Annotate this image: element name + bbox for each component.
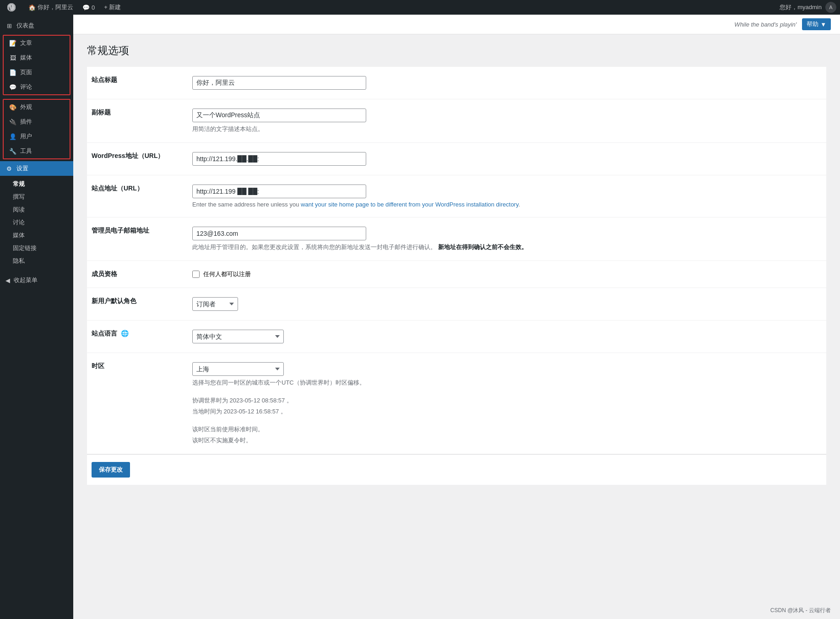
sidebar-item-media[interactable]: 🖼 媒体 [4,50,70,65]
content-area: While the band's playin' 帮助 ▼ 常规选项 站点标题 [73,15,840,619]
submenu-item-general[interactable]: 常规 [0,178,73,190]
dashboard-icon: ⊞ [5,22,13,29]
language-icon: 🌐 [121,330,129,337]
media-icon: 🖼 [9,54,16,61]
sidebar-group-appearance: 🎨 外观 🔌 插件 👤 用户 🔧 工具 [3,99,70,159]
sidebar-item-pages[interactable]: 📄 页面 [4,65,70,80]
input-wp-url[interactable] [192,152,366,166]
sidebar-item-posts[interactable]: 📝 文章 [4,36,70,50]
sidebar-item-appearance[interactable]: 🎨 外观 [4,100,70,114]
desc-local-time: 当地时间为 2023-05-12 16:58:57 。 [192,407,817,416]
field-wp-url [188,143,826,175]
main-layout: ⊞ 仪表盘 📝 文章 🖼 媒体 📄 页面 💬 评论 [0,15,840,619]
sidebar-item-dashboard[interactable]: ⊞ 仪表盘 [0,18,73,33]
submenu-item-discussion[interactable]: 讨论 [0,216,73,229]
sidebar-group-posts: 📝 文章 🖼 媒体 📄 页面 💬 评论 [3,35,70,95]
tagline: While the band's playin' [734,21,797,28]
admin-greeting: 您好，myadmin [780,3,822,11]
label-tagline: 副标题 [87,99,188,143]
membership-checkbox[interactable] [192,271,200,278]
help-chevron-icon: ▼ [820,21,826,28]
plugins-icon: 🔌 [9,119,16,125]
users-icon: 👤 [9,133,16,140]
save-changes-button[interactable]: 保存更改 [92,462,130,478]
field-site-language: 简体中文 English (US) 繁體中文 [188,320,826,353]
site-name-bar[interactable]: 🏠 你好，阿里云 [25,0,77,15]
membership-checkbox-row: 任何人都可以注册 [192,270,817,278]
label-admin-email: 管理员电子邮箱地址 [87,217,188,261]
sidebar-item-plugins[interactable]: 🔌 插件 [4,114,70,129]
content-topbar: While the band's playin' 帮助 ▼ [73,15,840,34]
membership-checkbox-label: 任何人都可以注册 [203,270,251,278]
settings-submenu: 常规 撰写 阅读 讨论 媒体 固定链接 隐私 [0,176,73,269]
submenu-item-reading[interactable]: 阅读 [0,203,73,216]
desc-dst-note: 该时区不实施夏令时。 [192,436,817,445]
settings-form: 站点标题 副标题 [87,67,826,485]
label-site-url: 站点地址（URL） [87,175,188,217]
desc-standard-note: 该时区当前使用标准时间。 [192,425,817,434]
input-tagline[interactable] [192,109,366,122]
select-site-language[interactable]: 简体中文 English (US) 繁體中文 [192,330,284,343]
pages-icon: 📄 [9,69,16,76]
sidebar-item-tools[interactable]: 🔧 工具 [4,144,70,158]
tools-icon: 🔧 [9,148,16,155]
field-timezone: 上海 UTC+0 UTC+8 Asia/Tokyo 选择与您在同一时区的城市或一… [188,353,826,454]
posts-icon: 📝 [9,40,16,47]
row-admin-email: 管理员电子邮箱地址 此地址用于管理目的。如果您更改此设置，系统将向您的新地址发送… [87,217,826,261]
field-site-title [188,67,826,99]
sidebar-item-settings[interactable]: ⚙ 设置 [0,161,73,176]
admin-bar: 🏠 你好，阿里云 💬 0 + 新建 您好，myadmin A [0,0,840,15]
row-timezone: 时区 上海 UTC+0 UTC+8 Asia/Tokyo 选择与您在同一时区的城… [87,353,826,454]
settings-icon: ⚙ [5,165,13,172]
field-admin-email: 此地址用于管理目的。如果您更改此设置，系统将向您的新地址发送一封电子邮件进行确认… [188,217,826,261]
row-tagline: 副标题 用简洁的文字描述本站点。 [87,99,826,143]
field-tagline: 用简洁的文字描述本站点。 [188,99,826,143]
desc-site-url: Enter the same address here unless you w… [192,201,817,208]
submenu-item-writing[interactable]: 撰写 [0,190,73,203]
label-site-title: 站点标题 [87,67,188,99]
field-site-url: Enter the same address here unless you w… [188,175,826,217]
row-site-title: 站点标题 [87,67,826,99]
comments-bar[interactable]: 💬 0 [79,0,98,15]
desc-admin-email: 此地址用于管理目的。如果您更改此设置，系统将向您的新地址发送一封电子邮件进行确认… [192,243,817,251]
desc-tagline: 用简洁的文字描述本站点。 [192,125,817,133]
form-table: 站点标题 副标题 [87,67,826,454]
field-membership: 任何人都可以注册 [188,261,826,288]
desc-utc-time: 协调世界时为 2023-05-12 08:58:57 。 [192,396,817,405]
input-site-title[interactable] [192,76,366,90]
select-default-role[interactable]: 订阅者 贡献者 作者 编辑 管理员 [192,297,238,311]
settings-content: 常规选项 站点标题 [73,34,840,619]
row-site-url: 站点地址（URL） Enter the same address here un… [87,175,826,217]
label-timezone: 时区 [87,353,188,454]
label-wp-url: WordPress地址（URL） [87,143,188,175]
submenu-item-media[interactable]: 媒体 [0,229,73,242]
select-timezone[interactable]: 上海 UTC+0 UTC+8 Asia/Tokyo [192,362,284,376]
submenu-item-permalinks[interactable]: 固定链接 [0,242,73,255]
wp-logo[interactable] [4,0,19,15]
collapse-menu[interactable]: ◀ 收起菜单 [0,273,73,288]
label-site-language: 站点语言 🌐 [87,320,188,353]
help-button[interactable]: 帮助 ▼ [802,18,831,30]
collapse-icon: ◀ [5,277,10,284]
row-wp-url: WordPress地址（URL） [87,143,826,175]
page-title: 常规选项 [87,43,826,58]
appearance-icon: 🎨 [9,104,16,111]
admin-bar-right: 您好，myadmin A [780,2,836,13]
row-site-language: 站点语言 🌐 简体中文 English (US) 繁體中文 [87,320,826,353]
comments-nav-icon: 💬 [9,84,16,91]
site-url-link[interactable]: want your site home page to be different… [301,201,518,208]
admin-avatar[interactable]: A [825,2,836,13]
field-default-role: 订阅者 贡献者 作者 编辑 管理员 [188,288,826,320]
sidebar-item-comments[interactable]: 💬 评论 [4,80,70,94]
label-default-role: 新用户默认角色 [87,288,188,320]
sidebar-item-users[interactable]: 👤 用户 [4,129,70,144]
footer-credit: CSDN @沐风 - 云端行者 [770,607,831,614]
new-content-bar[interactable]: + 新建 [100,0,125,15]
submenu-item-privacy[interactable]: 隐私 [0,255,73,267]
input-admin-email[interactable] [192,227,366,240]
comments-icon: 💬 [82,4,90,11]
sidebar: ⊞ 仪表盘 📝 文章 🖼 媒体 📄 页面 💬 评论 [0,15,73,619]
input-site-url[interactable] [192,185,366,198]
desc-timezone-1: 选择与您在同一时区的城市或一个UTC（协调世界时）时区偏移。 [192,379,817,387]
submit-row: 保存更改 [87,454,826,485]
